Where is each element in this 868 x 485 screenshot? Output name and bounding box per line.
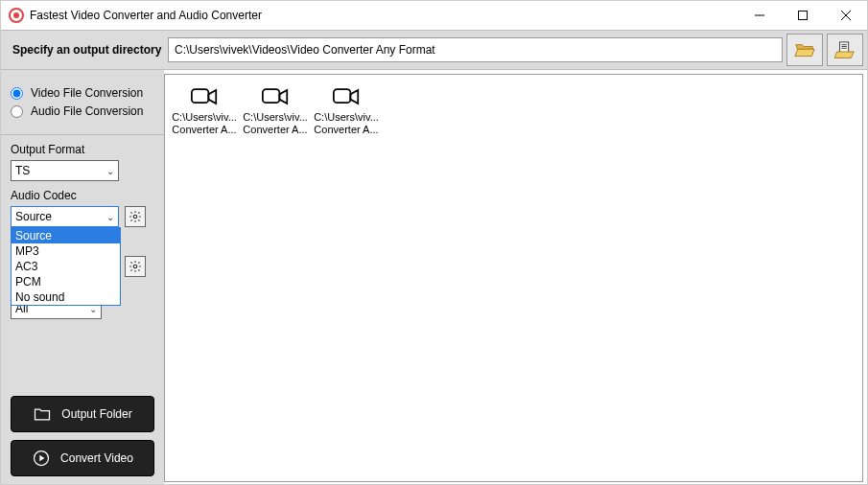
video-conversion-radio[interactable]: Video File Conversion bbox=[11, 86, 154, 100]
svg-point-8 bbox=[133, 215, 137, 219]
convert-video-button-label: Convert Video bbox=[60, 451, 133, 465]
svg-rect-4 bbox=[840, 42, 849, 53]
convert-video-button[interactable]: Convert Video bbox=[11, 440, 154, 476]
audio-codec-select[interactable]: Source ⌄ bbox=[11, 206, 119, 227]
output-format-label: Output Format bbox=[11, 143, 154, 156]
audio-codec-label: Audio Codec bbox=[11, 189, 154, 202]
video-conversion-label: Video File Conversion bbox=[31, 86, 143, 100]
folder-icon bbox=[33, 404, 52, 424]
audio-codec-options: Source MP3 AC3 PCM No sound bbox=[11, 227, 121, 306]
document-folder-icon bbox=[834, 41, 856, 58]
browse-folder-button[interactable] bbox=[786, 34, 823, 66]
audio-codec-option[interactable]: AC3 bbox=[12, 259, 120, 274]
sidebar: Video File Conversion Audio File Convers… bbox=[1, 70, 164, 485]
audio-conversion-radio-input[interactable] bbox=[11, 105, 23, 118]
svg-rect-1 bbox=[798, 12, 807, 20]
video-conversion-radio-input[interactable] bbox=[11, 87, 23, 100]
svg-rect-13 bbox=[334, 89, 351, 103]
output-directory-input[interactable] bbox=[168, 37, 783, 62]
audio-codec-option[interactable]: Source bbox=[12, 228, 120, 243]
video-file-icon bbox=[191, 88, 218, 105]
file-item[interactable]: C:\Users\viv...Converter A... bbox=[313, 88, 380, 136]
svg-rect-12 bbox=[263, 89, 280, 103]
video-file-icon bbox=[333, 88, 360, 105]
output-directory-row: Specify an output directory bbox=[1, 30, 867, 70]
window-title: Fastest Video Converter and Audio Conver… bbox=[30, 9, 262, 22]
audio-codec-option[interactable]: No sound bbox=[12, 289, 120, 305]
output-format-value: TS bbox=[15, 164, 30, 177]
output-format-select[interactable]: TS ⌄ bbox=[11, 160, 119, 181]
audio-codec-option[interactable]: MP3 bbox=[12, 243, 120, 259]
title-bar: Fastest Video Converter and Audio Conver… bbox=[1, 1, 867, 30]
convert-icon bbox=[32, 449, 51, 468]
window-controls bbox=[738, 1, 867, 30]
svg-point-9 bbox=[133, 265, 137, 268]
hidden-codec-settings-button[interactable] bbox=[125, 256, 146, 277]
audio-conversion-radio[interactable]: Audio File Conversion bbox=[11, 104, 154, 118]
chevron-down-icon: ⌄ bbox=[106, 166, 114, 176]
output-folder-button[interactable]: Output Folder bbox=[11, 396, 154, 432]
close-button[interactable] bbox=[824, 1, 867, 30]
audio-conversion-label: Audio File Conversion bbox=[31, 104, 143, 118]
gear-icon bbox=[129, 260, 142, 273]
app-icon bbox=[9, 8, 24, 23]
audio-codec-settings-button[interactable] bbox=[125, 206, 146, 227]
file-item-label: C:\Users\viv...Converter A... bbox=[171, 111, 238, 136]
output-folder-button-label: Output Folder bbox=[61, 407, 131, 421]
file-item[interactable]: C:\Users\viv...Converter A... bbox=[171, 88, 238, 136]
minimize-button[interactable] bbox=[738, 1, 781, 30]
folder-open-icon bbox=[794, 41, 815, 58]
chevron-down-icon: ⌄ bbox=[106, 212, 114, 222]
maximize-button[interactable] bbox=[781, 1, 824, 30]
output-directory-label: Specify an output directory bbox=[12, 43, 168, 57]
gear-icon bbox=[129, 210, 142, 223]
file-list-area: C:\Users\viv...Converter A... C:\Users\v… bbox=[164, 74, 863, 482]
file-item-label: C:\Users\viv...Converter A... bbox=[242, 111, 309, 136]
audio-codec-option[interactable]: PCM bbox=[12, 274, 120, 289]
file-item[interactable]: C:\Users\viv...Converter A... bbox=[242, 88, 309, 136]
audio-codec-value: Source bbox=[15, 210, 52, 223]
video-file-icon bbox=[262, 88, 289, 105]
file-item-label: C:\Users\viv...Converter A... bbox=[313, 111, 380, 136]
add-files-button[interactable] bbox=[827, 34, 863, 66]
svg-rect-11 bbox=[192, 89, 209, 103]
